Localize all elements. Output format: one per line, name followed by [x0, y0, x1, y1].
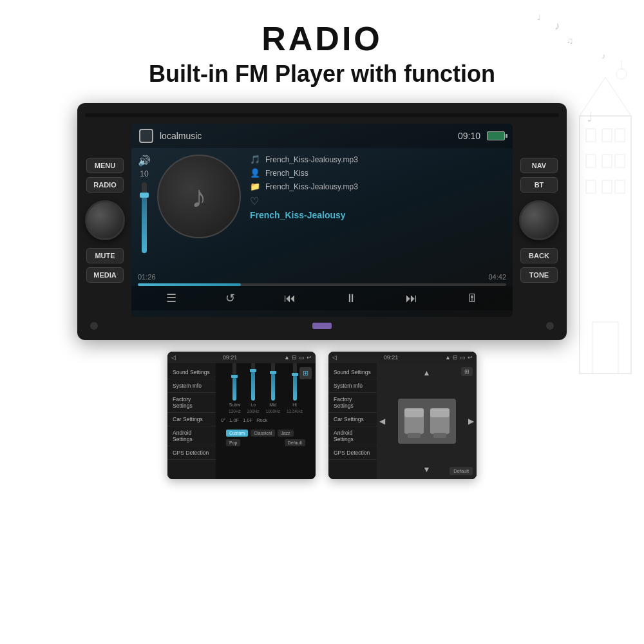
- car-arrow-left[interactable]: ◀: [379, 417, 385, 426]
- svg-rect-19: [408, 433, 421, 438]
- car-arrow-right[interactable]: ▶: [468, 417, 474, 426]
- eq-tag-classical[interactable]: Classical: [251, 430, 275, 437]
- eq-hi-handle[interactable]: [292, 373, 298, 376]
- artist-icon: 👤: [250, 168, 260, 178]
- controls-bar: ☰ ↺ ⏮ ⏸ ⏭ 🎚: [131, 286, 513, 310]
- tone-button[interactable]: TONE: [520, 267, 558, 283]
- car-arrow-up[interactable]: ▲: [423, 368, 431, 377]
- eq-menu-sound[interactable]: Sound Settings: [167, 366, 216, 379]
- slot-top: [85, 113, 559, 117]
- car-menu-gps[interactable]: GPS Detection: [328, 446, 377, 460]
- eq-settings-card: ◁ 09:21 ▲ ⊟ ▭ ↩ Sound Settings System In…: [167, 352, 316, 479]
- eq-status-icons: ◁: [171, 354, 176, 361]
- volume-icon: 🔊: [138, 155, 151, 167]
- screen-app-name: localmusic: [160, 131, 458, 141]
- progress-fill: [138, 283, 241, 286]
- android-icon: ◁: [171, 354, 176, 361]
- heart-icon[interactable]: ♡: [250, 196, 259, 207]
- song-filename: French_Kiss-Jealousy.mp3: [265, 155, 358, 164]
- eq-subw: Subw 120Hz: [229, 363, 241, 413]
- prev-button[interactable]: ⏮: [284, 292, 296, 305]
- mute-button[interactable]: MUTE: [86, 248, 124, 263]
- eq-val-3: 1.0F: [243, 417, 252, 423]
- eq-subw-fill: [232, 377, 236, 401]
- car-menu-factory[interactable]: Factory Settings: [328, 393, 377, 413]
- next-button[interactable]: ⏭: [406, 292, 417, 305]
- deco-note-4: ♩: [587, 109, 592, 125]
- svg-rect-5: [602, 155, 612, 167]
- volume-track[interactable]: [142, 182, 147, 253]
- eq-subw-hz: 120Hz: [229, 409, 241, 413]
- right-knob[interactable]: [519, 200, 559, 240]
- back-button[interactable]: BACK: [520, 248, 558, 263]
- pause-button[interactable]: ⏸: [345, 292, 357, 305]
- eq-hi-track[interactable]: [293, 363, 297, 401]
- progress-bar[interactable]: [138, 283, 506, 286]
- svg-rect-18: [430, 408, 450, 417]
- volume-control: 🔊 10: [138, 155, 151, 264]
- eq-mid-label: Mid: [269, 402, 276, 407]
- main-screen: localmusic 09:10 🔊 10 ♪: [131, 124, 513, 317]
- car-notif-icons: ▲ ⊟ ▭ ↩: [445, 354, 473, 361]
- eq-default-btn[interactable]: Default: [285, 439, 305, 446]
- song-title: French_Kiss-Jealousy: [250, 210, 506, 220]
- media-button[interactable]: MEDIA: [86, 267, 124, 283]
- eq-lo-track[interactable]: [251, 363, 255, 401]
- eq-mid-handle[interactable]: [270, 371, 276, 374]
- eq-subw-track[interactable]: [232, 363, 236, 401]
- car-default-btn[interactable]: Default: [450, 467, 473, 475]
- album-row: 📁 French_Kiss-Jealousy.mp3: [250, 182, 506, 191]
- eq-menu-android[interactable]: Android Settings: [167, 426, 216, 446]
- eq-main: ⊞ Subw 120Hz: [216, 363, 316, 479]
- eq-button[interactable]: 🎚: [466, 292, 478, 305]
- bt-button[interactable]: BT: [520, 177, 558, 193]
- car-menu-sysinfo[interactable]: System Info: [328, 379, 377, 393]
- eq-mid-track[interactable]: [271, 363, 275, 401]
- svg-rect-15: [404, 415, 424, 434]
- eq-val-2: 1.0F: [229, 417, 239, 423]
- eq-tag-jazz[interactable]: Jazz: [278, 430, 293, 437]
- eq-lo-label: Lo: [251, 402, 256, 407]
- playlist-button[interactable]: ☰: [166, 291, 176, 305]
- repeat-button[interactable]: ↺: [225, 291, 235, 305]
- file-icon: 🎵: [250, 155, 260, 164]
- svg-rect-7: [586, 180, 596, 193]
- eq-menu-factory[interactable]: Factory Settings: [167, 393, 216, 413]
- eq-val-1: 0°: [221, 417, 225, 423]
- eq-bt-icon-btn[interactable]: ⊞: [299, 367, 312, 379]
- eq-tags: Custom Classical Jazz Pop Default: [221, 427, 310, 449]
- car-settings-card: ◁ 09:21 ▲ ⊟ ▭ ↩ Sound Settings System In…: [328, 352, 477, 479]
- svg-rect-1: [586, 129, 596, 142]
- eq-subw-handle[interactable]: [231, 375, 238, 378]
- car-menu-car[interactable]: Car Settings: [328, 413, 377, 426]
- car-image: [398, 399, 456, 444]
- eq-topbar: ◁ 09:21 ▲ ⊟ ▭ ↩: [167, 352, 316, 363]
- car-arrow-down[interactable]: ▼: [423, 465, 431, 474]
- eq-menu-gps[interactable]: GPS Detection: [167, 446, 216, 460]
- volume-handle[interactable]: [140, 193, 149, 198]
- svg-rect-20: [433, 433, 446, 438]
- menu-button[interactable]: MENU: [86, 158, 124, 173]
- svg-rect-6: [615, 155, 625, 167]
- nav-button[interactable]: NAV: [520, 158, 558, 173]
- song-info: 🎵 French_Kiss-Jealousy.mp3 👤 French_Kiss…: [241, 155, 506, 264]
- car-eq-icon[interactable]: ⊞: [461, 367, 473, 376]
- eq-menu-car[interactable]: Car Settings: [167, 413, 216, 426]
- eq-hi-label: Hi: [292, 402, 297, 407]
- progress-section: 01:26 04:42: [131, 273, 513, 286]
- folder-icon: 📁: [250, 182, 260, 191]
- radio-button[interactable]: RADIO: [86, 177, 124, 193]
- car-image-area: ⊞ ▲ ◀ ▶: [377, 363, 477, 479]
- left-knob[interactable]: [85, 200, 125, 240]
- radio-unit: MENU RADIO MUTE MEDIA localmusic 09:10 🔊…: [77, 103, 567, 340]
- car-menu-android[interactable]: Android Settings: [328, 426, 377, 446]
- eq-mid-hz: 1000Hz: [266, 409, 280, 413]
- eq-controls: Subw 120Hz Lo 200Hz: [216, 363, 316, 479]
- left-controls: MENU RADIO MUTE MEDIA: [85, 158, 125, 283]
- eq-tag-custom[interactable]: Custom: [226, 430, 248, 437]
- eq-tag-pop[interactable]: Pop: [226, 439, 240, 446]
- right-controls: NAV BT BACK TONE: [519, 158, 559, 283]
- car-menu-sound[interactable]: Sound Settings: [328, 366, 377, 379]
- eq-lo-handle[interactable]: [250, 369, 256, 372]
- eq-menu-sysinfo[interactable]: System Info: [167, 379, 216, 393]
